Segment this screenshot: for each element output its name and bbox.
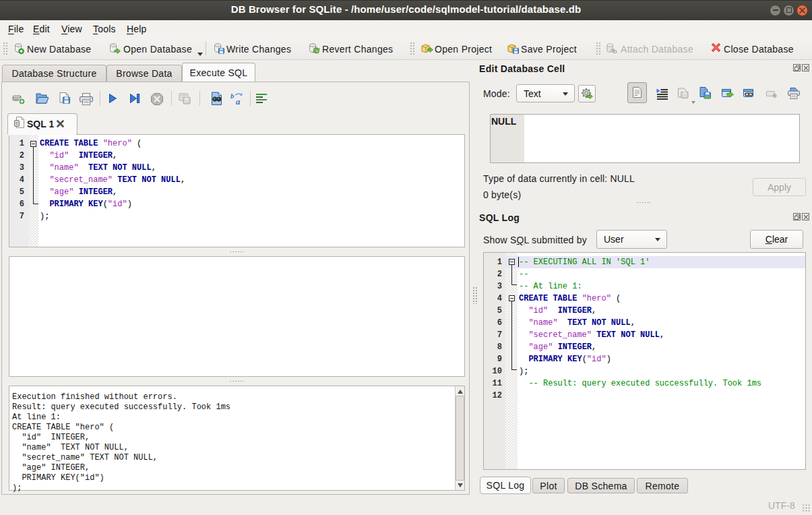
svg-text:a: a <box>236 96 241 107</box>
svg-text:b: b <box>230 92 235 100</box>
